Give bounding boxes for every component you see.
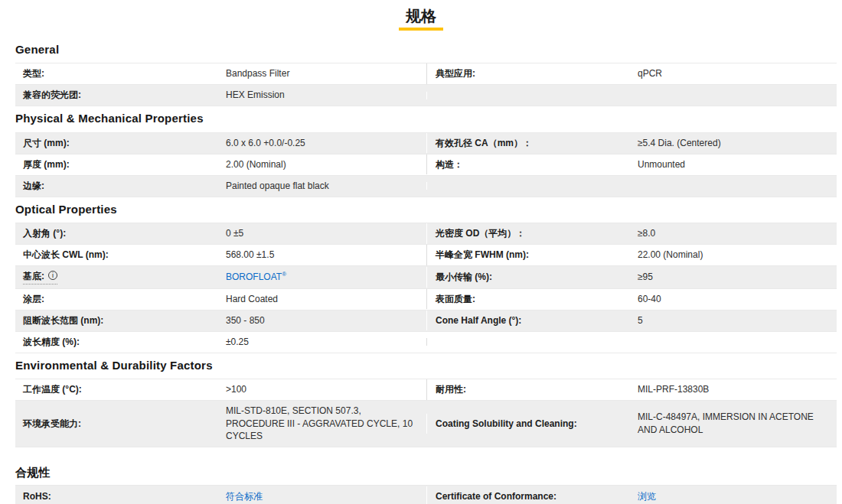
- spec-label: 耐用性:: [426, 379, 630, 400]
- spec-label: Certificate of Conformance:: [426, 486, 630, 504]
- spec-row: 基底:iBOROFLOAT®最小传输 (%):≥95: [15, 266, 837, 289]
- spec-value: qPCR: [630, 63, 837, 84]
- spec-label-text: Coating Solubility and Cleaning:: [436, 418, 577, 429]
- page-title-wrap: 规格: [0, 0, 842, 31]
- spec-label: 中心波长 CWL (nm):: [15, 245, 218, 265]
- spec-value: ≥95: [630, 267, 837, 288]
- spec-value: MIL-STD-810E, SECTION 507.3, PROCEDURE I…: [218, 401, 426, 447]
- spec-label-text: 尺寸 (mm):: [23, 138, 70, 148]
- spec-label-text: Certificate of Conformance:: [436, 491, 556, 502]
- spec-value: Hard Coated: [218, 289, 426, 310]
- spec-label: 工作温度 (°C):: [15, 379, 218, 400]
- spec-row: 类型:Bandpass Filter典型应用:qPCR: [15, 63, 837, 85]
- title-underline-accent: [399, 28, 443, 31]
- section-general: General类型:Bandpass Filter典型应用:qPCR兼容的荧光团…: [15, 43, 837, 106]
- rohs-compliance-link[interactable]: 符合标准: [226, 491, 263, 502]
- spec-table-optical: 入射角 (°):0 ±5光密度 OD（平均）：≥8.0中心波长 CWL (nm)…: [15, 223, 837, 353]
- spec-label: 边缘:: [15, 176, 218, 197]
- section-heading-general: General: [15, 43, 837, 56]
- view-coc-link[interactable]: 浏览: [638, 491, 656, 502]
- spec-label: 涂层:: [15, 289, 218, 310]
- spec-label-text: 有效孔径 CA（mm）：: [436, 138, 532, 148]
- link-text: 符合标准: [226, 491, 263, 502]
- spec-value: MIL-PRF-13830B: [630, 379, 837, 400]
- spec-label-text: 半峰全宽 FWHM (nm):: [436, 249, 529, 260]
- spec-value: Unmounted: [630, 154, 837, 175]
- spec-label-text: 环境承受能力:: [23, 418, 81, 429]
- section-heading-physical-mechanical: Physical & Mechanical Properties: [15, 112, 837, 125]
- specifications-page: 规格 General类型:Bandpass Filter典型应用:qPCR兼容的…: [0, 0, 842, 504]
- spec-row: 波长精度 (%):±0.25: [15, 332, 837, 353]
- spec-label: 环境承受能力:: [15, 414, 218, 434]
- section-heading-environmental-durability: Environmental & Durability Factors: [15, 359, 837, 372]
- spec-label-text: 光密度 OD（平均）：: [436, 228, 525, 239]
- spec-value: 60-40: [630, 289, 837, 310]
- spec-row: 边缘:Painted opaque flat black: [15, 176, 837, 197]
- spec-value: 568.00 ±1.5: [218, 245, 426, 265]
- spec-table-general: 类型:Bandpass Filter典型应用:qPCR兼容的荧光团:HEX Em…: [15, 63, 837, 106]
- spec-value: MIL-C-48497A, IMMERSION IN ACETONE AND A…: [630, 407, 837, 441]
- spec-row: 涂层:Hard Coated表面质量:60-40: [15, 289, 837, 311]
- spec-label-text: 类型:: [23, 68, 44, 79]
- spec-label: 构造：: [426, 154, 630, 175]
- spec-value: ±0.25: [218, 332, 426, 353]
- borofloat-link[interactable]: BOROFLOAT®: [226, 272, 286, 282]
- info-icon[interactable]: i: [48, 271, 57, 280]
- spec-label: RoHS:: [15, 486, 218, 504]
- spec-label-text: 入射角 (°):: [23, 228, 66, 239]
- spec-label-text: 典型应用:: [436, 68, 475, 79]
- spec-value: 2.00 (Nominal): [218, 154, 426, 175]
- spec-label-text: 涂层:: [23, 294, 44, 304]
- spec-label: Coating Solubility and Cleaning:: [426, 414, 630, 434]
- link-text: 浏览: [638, 491, 656, 502]
- spec-label-text: Cone Half Angle (°):: [436, 315, 521, 326]
- spec-label: [426, 338, 630, 346]
- spec-row: 尺寸 (mm):6.0 x 6.0 +0.0/-0.25有效孔径 CA（mm）：…: [15, 133, 837, 154]
- spec-label: [426, 182, 630, 190]
- spec-label: 半峰全宽 FWHM (nm):: [426, 245, 630, 265]
- spec-row: 兼容的荧光团:HEX Emission: [15, 85, 837, 106]
- spec-label: 光密度 OD（平均）：: [426, 223, 630, 244]
- spec-value: 6.0 x 6.0 +0.0/-0.25: [218, 133, 426, 154]
- tooltip-underline: 基底:i: [23, 270, 57, 285]
- spec-label-text: 中心波长 CWL (nm):: [23, 249, 109, 260]
- spec-label-text: 耐用性:: [436, 384, 466, 395]
- spec-table-environmental-durability: 工作温度 (°C):>100耐用性:MIL-PRF-13830B环境承受能力:M…: [15, 379, 837, 447]
- spec-value: ≥5.4 Dia. (Centered): [630, 133, 837, 154]
- spec-label: 阻断波长范围 (nm):: [15, 311, 218, 331]
- spec-value: [630, 92, 837, 99]
- spec-sections: General类型:Bandpass Filter典型应用:qPCR兼容的荧光团…: [15, 43, 837, 504]
- spec-value: >100: [218, 379, 426, 400]
- spec-label-text: RoHS:: [23, 491, 51, 502]
- spec-row: 环境承受能力:MIL-STD-810E, SECTION 507.3, PROC…: [15, 401, 837, 447]
- spec-label: 类型:: [15, 63, 218, 84]
- section-heading-compliance: 合规性: [15, 466, 837, 479]
- spec-value: 0 ±5: [218, 223, 426, 244]
- spec-value: 5: [630, 311, 837, 331]
- spec-label-text: 边缘:: [23, 180, 44, 191]
- spec-row: RoHS:符合标准Certificate of Conformance:浏览: [15, 486, 837, 504]
- section-heading-optical: Optical Properties: [15, 203, 837, 216]
- spec-label-text: 最小传输 (%):: [436, 272, 492, 282]
- spec-label: 有效孔径 CA（mm）：: [426, 133, 630, 154]
- spec-value: Painted opaque flat black: [218, 176, 426, 197]
- registered-trademark-symbol: ®: [282, 271, 286, 278]
- spec-value: [630, 338, 837, 346]
- spec-label: [426, 92, 630, 99]
- spec-label: 基底:i: [15, 266, 218, 288]
- spec-label: 典型应用:: [426, 63, 630, 84]
- spec-table-physical-mechanical: 尺寸 (mm):6.0 x 6.0 +0.0/-0.25有效孔径 CA（mm）：…: [15, 132, 837, 197]
- spec-label-text: 构造：: [436, 159, 463, 170]
- spec-value: ≥8.0: [630, 223, 837, 244]
- spec-label-text: 兼容的荧光团:: [23, 89, 81, 100]
- spec-row: 中心波长 CWL (nm):568.00 ±1.5半峰全宽 FWHM (nm):…: [15, 245, 837, 266]
- spec-label: 波长精度 (%):: [15, 332, 218, 353]
- link-text: BOROFLOAT: [226, 272, 282, 282]
- spec-label-text: 表面质量:: [436, 294, 475, 304]
- spec-label: 表面质量:: [426, 289, 630, 310]
- spec-label-text: 工作温度 (°C):: [23, 384, 82, 395]
- spec-value: Bandpass Filter: [218, 63, 426, 84]
- spec-row: 工作温度 (°C):>100耐用性:MIL-PRF-13830B: [15, 379, 837, 401]
- spec-value: HEX Emission: [218, 85, 426, 106]
- spec-label-text: 厚度 (mm):: [23, 159, 70, 170]
